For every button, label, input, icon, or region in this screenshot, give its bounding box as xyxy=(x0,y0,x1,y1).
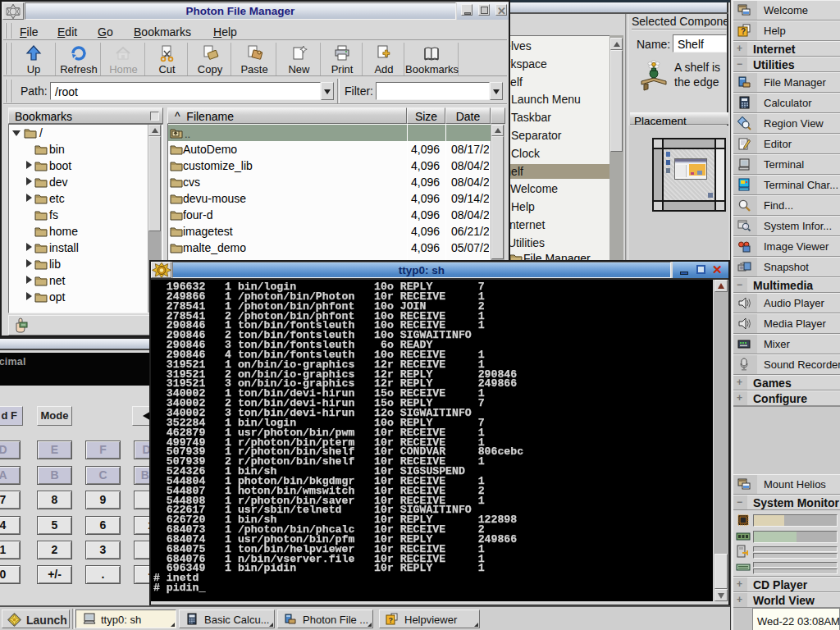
svg-text:?: ? xyxy=(389,616,394,624)
svg-text:?: ? xyxy=(741,27,746,36)
